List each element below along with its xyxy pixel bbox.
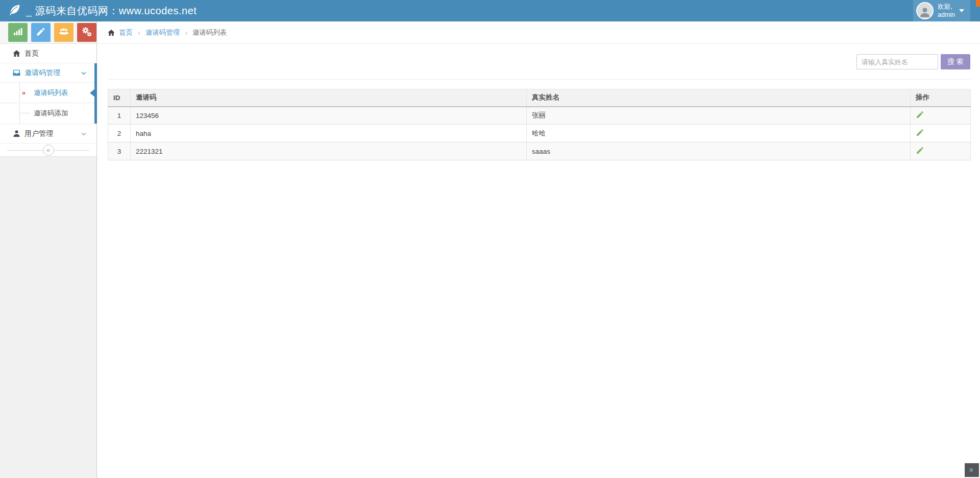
pencil-icon: [36, 27, 46, 38]
angle-double-right-icon: »: [22, 89, 26, 97]
cell-code: 123456: [131, 107, 527, 125]
breadcrumb-link-home[interactable]: 首页: [119, 28, 133, 37]
breadcrumb-link-invite-manage[interactable]: 邀请码管理: [145, 28, 180, 37]
sidebar-item-label: 用户管理: [24, 129, 53, 138]
home-icon: [107, 29, 115, 37]
breadcrumb-current: 邀请码列表: [192, 28, 227, 37]
user-icon: [12, 129, 21, 138]
caret-down-icon: [959, 9, 964, 15]
brand-logo[interactable]: _ 源码来自优码网：www.ucodes.net: [8, 0, 197, 21]
column-header-action: 操作: [911, 89, 971, 107]
column-header-code: 邀请码: [131, 89, 527, 107]
welcome-label: 欢迎,: [938, 3, 952, 10]
bar-chart-icon: [13, 27, 23, 38]
main-content: 搜 索 ID 邀请码 真实姓名 操作 1 123456 张丽 2 haha: [97, 44, 980, 478]
sidebar-item-invite-add[interactable]: 邀请码添加: [0, 103, 96, 124]
column-header-name: 真实姓名: [527, 89, 911, 107]
cell-code: haha: [131, 125, 527, 142]
cell-name: saaas: [527, 142, 911, 160]
edit-pencil-icon[interactable]: [916, 110, 924, 119]
divider: [108, 79, 970, 80]
username: admin: [938, 11, 955, 18]
sidebar-item-label: 首页: [24, 49, 39, 58]
sidebar-item-label: 邀请码管理: [24, 68, 60, 78]
chevron-down-icon: [80, 69, 87, 77]
invite-code-table: ID 邀请码 真实姓名 操作 1 123456 张丽 2 haha 哈哈: [108, 89, 971, 160]
sidebar-collapse-row: «: [0, 144, 96, 157]
user-greeting: 欢迎, admin: [938, 3, 955, 19]
edit-pencil-icon[interactable]: [916, 128, 924, 137]
search-button[interactable]: 搜 索: [941, 54, 970, 69]
active-menu-arrow: [86, 89, 95, 97]
top-header: _ 源码来自优码网：www.ucodes.net 欢迎, admin: [0, 0, 980, 21]
users-icon: [59, 27, 69, 38]
stats-button[interactable]: [8, 23, 28, 42]
sidebar-item-invite-manage[interactable]: 邀请码管理: [0, 63, 96, 83]
inbox-icon: [12, 68, 21, 77]
sidebar-submenu-invite: » 邀请码列表 邀请码添加: [0, 83, 96, 124]
sidebar-item-label: 邀请码添加: [34, 109, 68, 118]
table-row: 1 123456 张丽: [108, 107, 971, 125]
user-menu-toggle[interactable]: 欢迎, admin: [913, 0, 970, 21]
sidebar-toolbar: [0, 21, 97, 44]
user-avatar: [916, 2, 934, 19]
cell-id: 1: [108, 107, 131, 125]
cell-id: 3: [108, 142, 131, 160]
cell-id: 2: [108, 125, 131, 142]
table-header-row: ID 邀请码 真实姓名 操作: [108, 89, 971, 107]
cell-name: 哈哈: [527, 125, 911, 142]
users-button[interactable]: [54, 23, 74, 42]
table-row: 3 2221321 saaas: [108, 142, 971, 160]
sidebar-item-user-manage[interactable]: 用户管理: [0, 124, 96, 144]
breadcrumb-separator: ›: [138, 29, 140, 37]
home-icon: [12, 49, 21, 58]
sidebar-menu: 首页 邀请码管理 » 邀请码列表 邀请码添加: [0, 44, 96, 157]
angle-double-up-icon: «: [968, 468, 976, 472]
sidebar: 首页 邀请码管理 » 邀请码列表 邀请码添加: [0, 44, 97, 478]
settings-button[interactable]: [77, 23, 96, 42]
edit-pencil-icon[interactable]: [916, 146, 924, 155]
back-to-top-button[interactable]: «: [965, 463, 979, 477]
sidebar-item-label: 邀请码列表: [34, 88, 68, 98]
chevron-down-icon: [80, 130, 87, 137]
table-row: 2 haha 哈哈: [108, 125, 971, 142]
sidebar-item-invite-list[interactable]: » 邀请码列表: [0, 83, 96, 103]
cell-name: 张丽: [527, 107, 911, 125]
site-title: _ 源码来自优码网：www.ucodes.net: [26, 4, 197, 18]
edit-button[interactable]: [31, 23, 51, 42]
leaf-icon: [8, 4, 21, 18]
breadcrumb-separator: ›: [185, 29, 187, 37]
sidebar-collapse-button[interactable]: «: [43, 145, 54, 156]
breadcrumb: 首页 › 邀请码管理 › 邀请码列表: [97, 21, 980, 44]
cell-code: 2221321: [131, 142, 527, 160]
cogs-icon: [82, 27, 92, 38]
tree-line: [20, 113, 30, 113]
corner-scroll-accent: [976, 0, 980, 7]
search-input[interactable]: [856, 54, 938, 69]
column-header-id: ID: [108, 89, 131, 107]
sidebar-item-home[interactable]: 首页: [0, 44, 96, 63]
